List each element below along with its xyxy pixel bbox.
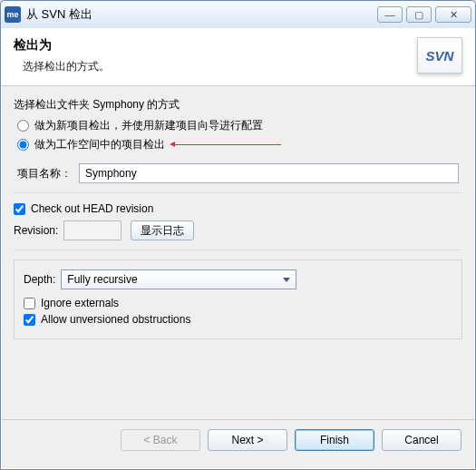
wizard-content: 选择检出文件夹 Symphony 的方式 做为新项目检出，并使用新建项目向导进行… xyxy=(1,86,475,350)
checkbox-allow-unversioned-input[interactable] xyxy=(24,314,35,326)
depth-dropdown[interactable]: Fully recursive xyxy=(61,269,296,289)
radio-new-project-input[interactable] xyxy=(17,120,29,132)
minimize-button[interactable]: — xyxy=(377,6,403,23)
window-title: 从 SVN 检出 xyxy=(26,6,374,23)
wizard-title: 检出为 xyxy=(14,37,417,54)
close-button[interactable]: ✕ xyxy=(435,6,471,23)
wizard-button-bar: < Back Next > Finish Cancel xyxy=(2,419,474,460)
checkbox-ignore-externals-label: Ignore externals xyxy=(41,297,119,309)
dialog-window: me 从 SVN 检出 — ▢ ✕ 检出为 选择检出的方式。 SVN 选择检出文… xyxy=(0,0,476,470)
annotation-arrow-icon xyxy=(172,144,281,145)
project-name-label: 项目名称： xyxy=(17,166,72,181)
revision-input xyxy=(63,220,121,240)
project-name-input[interactable] xyxy=(79,163,459,183)
checkout-options-group: Depth: Fully recursive Ignore externals … xyxy=(14,259,462,339)
checkbox-ignore-externals-input[interactable] xyxy=(24,298,35,309)
titlebar: me 从 SVN 检出 — ▢ ✕ xyxy=(1,1,475,28)
finish-button[interactable]: Finish xyxy=(295,429,374,451)
maximize-button[interactable]: ▢ xyxy=(406,6,432,23)
checkbox-allow-unversioned[interactable]: Allow unversioned obstructions xyxy=(24,313,452,326)
revision-row: Revision: 显示日志 xyxy=(14,220,462,240)
cancel-button[interactable]: Cancel xyxy=(382,429,461,451)
depth-label: Depth: xyxy=(24,273,55,286)
svn-logo-icon: SVN xyxy=(417,37,462,73)
checkbox-head-revision-label: Check out HEAD revision xyxy=(31,202,153,215)
checkbox-head-revision-input[interactable] xyxy=(14,203,25,215)
revision-label: Revision: xyxy=(14,224,58,237)
next-button[interactable]: Next > xyxy=(208,429,287,451)
radio-new-project-label: 做为新项目检出，并使用新建项目向导进行配置 xyxy=(34,118,263,133)
radio-workspace-project[interactable]: 做为工作空间中的项目检出 xyxy=(17,137,462,152)
show-log-button[interactable]: 显示日志 xyxy=(131,220,194,240)
app-icon: me xyxy=(5,6,21,23)
radio-workspace-project-input[interactable] xyxy=(17,139,29,151)
depth-row: Depth: Fully recursive xyxy=(24,269,452,289)
checkbox-allow-unversioned-label: Allow unversioned obstructions xyxy=(41,313,190,326)
radio-new-project[interactable]: 做为新项目检出，并使用新建项目向导进行配置 xyxy=(17,118,462,133)
section-label: 选择检出文件夹 Symphony 的方式 xyxy=(14,97,462,113)
depth-dropdown-value: Fully recursive xyxy=(67,273,137,286)
back-button: < Back xyxy=(121,429,200,451)
separator xyxy=(14,250,462,250)
checkbox-ignore-externals[interactable]: Ignore externals xyxy=(24,297,452,309)
separator xyxy=(14,192,462,193)
chevron-down-icon xyxy=(283,278,290,282)
radio-workspace-project-label: 做为工作空间中的项目检出 xyxy=(34,137,165,152)
wizard-subtitle: 选择检出的方式。 xyxy=(14,59,417,74)
project-name-row: 项目名称： xyxy=(17,163,459,183)
wizard-header: 检出为 选择检出的方式。 SVN xyxy=(1,28,475,86)
checkbox-head-revision[interactable]: Check out HEAD revision xyxy=(14,202,462,215)
